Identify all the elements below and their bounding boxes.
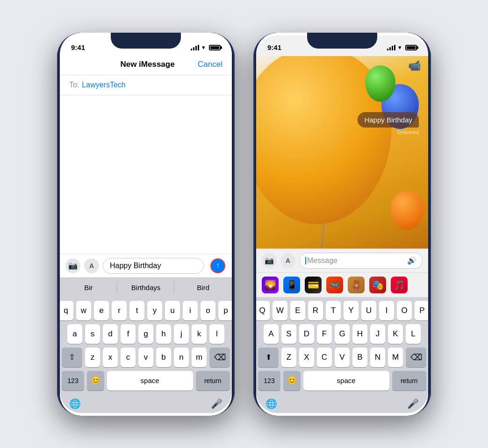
return-key[interactable]: return — [196, 371, 230, 391]
right-keyboard-extras: 🌐 🎤 — [258, 394, 426, 411]
right-camera-button[interactable]: 📷 — [262, 253, 277, 268]
key-row-2: a s d f g h j k l — [62, 324, 230, 344]
right-keyboard: Q W E R T Y U I O P A S D F — [256, 297, 428, 413]
key-d[interactable]: d — [103, 324, 118, 344]
music-app-icon[interactable]: 🎵 — [391, 277, 408, 293]
right-return-key[interactable]: return — [392, 371, 427, 391]
right-key-L[interactable]: L — [406, 324, 421, 344]
app-store-button[interactable]: A — [84, 258, 99, 273]
right-key-K[interactable]: K — [388, 324, 403, 344]
key-r[interactable]: r — [112, 301, 127, 320]
key-e[interactable]: e — [94, 301, 109, 320]
key-n[interactable]: n — [174, 348, 189, 367]
right-microphone-icon[interactable]: 🎤 — [407, 398, 419, 409]
right-key-W[interactable]: W — [273, 301, 287, 320]
right-key-X[interactable]: X — [299, 348, 314, 367]
key-u[interactable]: u — [165, 301, 180, 320]
right-key-M[interactable]: M — [388, 348, 403, 367]
right-key-D[interactable]: D — [299, 324, 314, 344]
key-q[interactable]: q — [60, 301, 73, 320]
right-key-Z[interactable]: Z — [281, 348, 296, 367]
right-key-B[interactable]: B — [352, 348, 367, 367]
key-a[interactable]: a — [67, 324, 82, 344]
key-t[interactable]: t — [129, 301, 144, 320]
camera-button[interactable]: 📷 — [65, 258, 80, 273]
memoji-app-icon[interactable]: 🧸 — [348, 277, 365, 293]
right-key-F[interactable]: F — [317, 324, 332, 344]
message-text-field[interactable]: Happy Birthday — [103, 258, 204, 274]
right-key-P[interactable]: P — [415, 301, 428, 320]
video-call-button[interactable]: 📹 — [408, 60, 421, 72]
key-x[interactable]: x — [103, 348, 118, 367]
applepay-app-icon[interactable]: 💳 — [305, 277, 322, 293]
key-j[interactable]: j — [174, 324, 189, 344]
key-h[interactable]: h — [156, 324, 171, 344]
right-delete-key[interactable]: ⌫ — [406, 348, 426, 367]
delivered-label: Delivered — [397, 129, 419, 135]
right-emoji-key[interactable]: 😊 — [283, 371, 301, 391]
right-key-S[interactable]: S — [281, 324, 296, 344]
key-b[interactable]: b — [156, 348, 171, 367]
fitness-app-icon[interactable]: 🎮 — [326, 277, 343, 293]
key-z[interactable]: z — [85, 348, 100, 367]
right-key-T[interactable]: T — [326, 301, 341, 320]
key-s[interactable]: s — [85, 324, 100, 344]
key-v[interactable]: v — [138, 348, 153, 367]
right-key-G[interactable]: G — [335, 324, 350, 344]
key-l[interactable]: l — [209, 324, 224, 344]
emoji-key[interactable]: 😊 — [87, 371, 104, 391]
key-y[interactable]: y — [147, 301, 162, 320]
right-message-input[interactable]: Message 🔊 — [299, 253, 423, 269]
message-area[interactable] — [60, 95, 232, 254]
key-p[interactable]: p — [218, 301, 232, 320]
autocorrect-bird[interactable]: Bird — [174, 282, 232, 293]
right-numbers-key[interactable]: 123 — [258, 371, 280, 391]
right-app-store-button[interactable]: A — [280, 253, 295, 268]
right-key-V[interactable]: V — [335, 348, 350, 367]
right-globe-icon[interactable]: 🌐 — [266, 398, 277, 409]
right-app-icon: A — [286, 257, 290, 264]
right-key-I[interactable]: I — [379, 301, 394, 320]
key-i[interactable]: i — [183, 301, 198, 320]
right-key-O[interactable]: O — [397, 301, 412, 320]
text-cursor — [305, 257, 306, 264]
cancel-button[interactable]: Cancel — [198, 60, 222, 69]
send-button[interactable]: ↑ — [210, 258, 225, 273]
battery-icon — [209, 45, 221, 50]
left-phone: 9:41 ▾ New iMessage — [57, 33, 235, 416]
right-key-C[interactable]: C — [317, 348, 332, 367]
right-key-N[interactable]: N — [370, 348, 385, 367]
stickers-app-icon[interactable]: 🎭 — [369, 277, 386, 293]
microphone-icon[interactable]: 🎤 — [211, 398, 222, 409]
right-space-key[interactable]: space — [303, 371, 389, 391]
key-g[interactable]: g — [138, 324, 153, 344]
right-key-E[interactable]: E — [290, 301, 305, 320]
right-key-R[interactable]: R — [308, 301, 323, 320]
right-key-Y[interactable]: Y — [344, 301, 359, 320]
right-key-A[interactable]: A — [264, 324, 279, 344]
right-signal-icon — [387, 45, 395, 50]
key-w[interactable]: w — [76, 301, 91, 320]
appstore-app-icon[interactable]: 📱 — [283, 277, 300, 293]
space-key[interactable]: space — [107, 371, 193, 391]
right-key-H[interactable]: H — [352, 324, 367, 344]
key-c[interactable]: c — [121, 348, 136, 367]
right-key-U[interactable]: U — [361, 301, 376, 320]
audio-waveform-icon[interactable]: 🔊 — [407, 256, 416, 265]
key-m[interactable]: m — [192, 348, 207, 367]
delete-key[interactable]: ⌫ — [209, 348, 230, 367]
key-f[interactable]: f — [121, 324, 136, 344]
key-k[interactable]: k — [192, 324, 207, 344]
numbers-key[interactable]: 123 — [62, 371, 84, 391]
right-shift-key[interactable]: ⬆ — [258, 348, 279, 367]
right-phone: 9:41 ▾ 📹 — [253, 33, 431, 416]
right-key-J[interactable]: J — [370, 324, 385, 344]
to-field[interactable]: To: LawyersTech — [60, 75, 232, 95]
shift-key[interactable]: ⇧ — [62, 348, 82, 367]
autocorrect-bir[interactable]: Bir — [60, 282, 117, 293]
key-o[interactable]: o — [201, 301, 215, 320]
right-key-Q[interactable]: Q — [256, 301, 270, 320]
autocorrect-birthdays[interactable]: Birthdays — [117, 282, 175, 293]
globe-icon[interactable]: 🌐 — [69, 398, 81, 409]
photos-app-icon[interactable]: 🌄 — [262, 277, 279, 293]
